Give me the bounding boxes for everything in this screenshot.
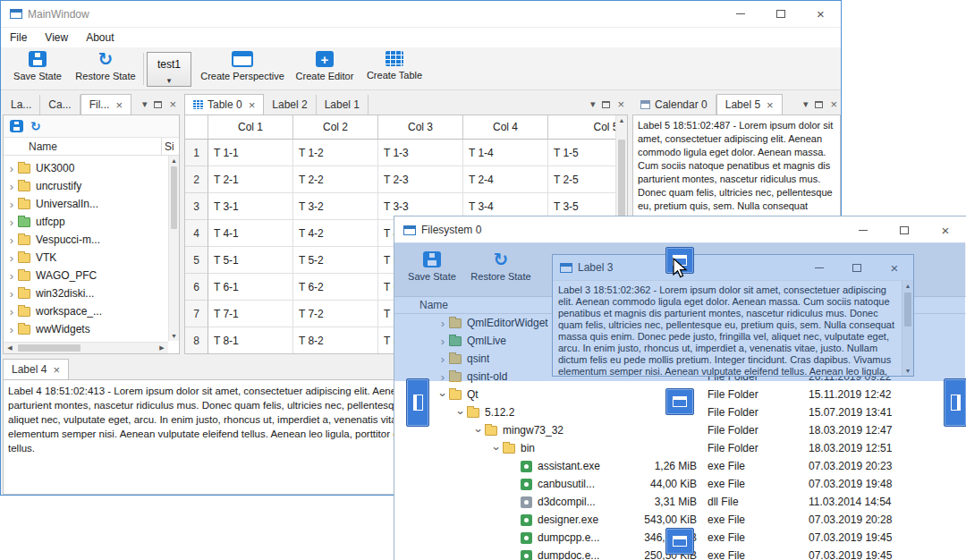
- scroll-down-icon[interactable]: ▼: [169, 333, 179, 339]
- create-perspective-button[interactable]: Create Perspective: [198, 51, 287, 81]
- column-header[interactable]: Col 1: [208, 115, 293, 140]
- table-cell[interactable]: T 7-2: [293, 301, 378, 327]
- table-cell[interactable]: T 3-2: [293, 193, 378, 220]
- folder-row[interactable]: ›UK3000: [5, 159, 166, 177]
- row-header[interactable]: 7: [185, 301, 208, 327]
- expand-icon[interactable]: ›: [5, 288, 18, 300]
- file-row[interactable]: d3dcompil...3,31 MiBdll File11.03.2014 1…: [394, 493, 966, 511]
- perspective-combo[interactable]: test1 ▾: [147, 52, 191, 87]
- save-state-button[interactable]: Save State: [8, 51, 67, 81]
- column-header[interactable]: Col 3: [378, 115, 463, 140]
- expand-icon[interactable]: ›: [5, 324, 18, 335]
- expand-icon[interactable]: ›: [5, 163, 18, 174]
- expand-icon[interactable]: ›: [491, 442, 503, 454]
- row-header[interactable]: 6: [185, 274, 208, 301]
- tab-label4[interactable]: Label 4 ×: [3, 359, 69, 379]
- table-cell[interactable]: T 1-5: [548, 140, 616, 166]
- row-header[interactable]: 2: [185, 166, 208, 193]
- table-cell[interactable]: T 1-4: [463, 140, 548, 166]
- dock-indicator-bottom[interactable]: [665, 528, 694, 555]
- tab-table0[interactable]: Table 0 ×: [184, 94, 264, 115]
- minimize-button[interactable]: [720, 1, 760, 27]
- close-dock-icon[interactable]: ×: [830, 98, 837, 110]
- folder-row[interactable]: ›UniversalIn...: [5, 195, 166, 213]
- tab-calendar[interactable]: Ca...: [40, 95, 80, 115]
- expand-icon[interactable]: ›: [5, 234, 18, 246]
- tab-label5[interactable]: Label 5 ×: [716, 94, 783, 115]
- column-header[interactable]: Col 2: [293, 115, 378, 140]
- filesystem-titlebar[interactable]: Filesystem 0 ×: [394, 216, 966, 244]
- folder-row[interactable]: ›utfcpp: [5, 213, 166, 231]
- folder-row[interactable]: ›VTK: [5, 249, 166, 267]
- main-titlebar[interactable]: MainWindow ×: [1, 1, 841, 28]
- scroll-thumb[interactable]: [171, 166, 177, 229]
- row-header[interactable]: 3: [185, 193, 208, 220]
- table-cell[interactable]: T 2-4: [463, 166, 548, 193]
- tab-filesystem[interactable]: Fil... ×: [80, 94, 131, 115]
- dock-indicator-left[interactable]: [406, 378, 429, 427]
- file-row[interactable]: canbusutil...44,00 KiBexe File07.03.2019…: [394, 475, 966, 493]
- table-cell[interactable]: T 7-1: [208, 301, 293, 327]
- close-tab-icon[interactable]: ×: [767, 99, 774, 111]
- expand-icon[interactable]: ›: [5, 270, 18, 282]
- restore-icon[interactable]: ↻: [30, 120, 41, 132]
- row-header[interactable]: 5: [185, 247, 208, 274]
- undock-icon[interactable]: [815, 101, 823, 108]
- close-dock-icon[interactable]: ×: [169, 98, 176, 110]
- tab-list-dropdown-icon[interactable]: ▾: [590, 98, 596, 110]
- table-cell[interactable]: T 8-1: [208, 327, 293, 353]
- maximize-button[interactable]: [884, 216, 925, 243]
- close-tab-icon[interactable]: ×: [249, 99, 256, 111]
- tab-label2[interactable]: Label 2: [264, 95, 316, 115]
- file-row[interactable]: ›mingw73_32File Folder18.03.2019 12:47: [394, 421, 966, 439]
- folder-row[interactable]: ›win32diski...: [5, 284, 166, 302]
- expand-icon[interactable]: ›: [437, 388, 449, 401]
- dock-indicator-center[interactable]: [665, 388, 694, 415]
- expand-icon[interactable]: ›: [473, 424, 485, 437]
- expand-icon[interactable]: ›: [5, 252, 18, 264]
- file-row[interactable]: ›binFile Folder18.03.2019 12:51: [394, 439, 966, 457]
- dock-indicator-right[interactable]: [944, 378, 966, 427]
- size-column-header[interactable]: Size: [165, 140, 174, 153]
- table-cell[interactable]: T 3-1: [208, 193, 293, 220]
- table-cell[interactable]: T 4-2: [293, 220, 378, 247]
- restore-state-button[interactable]: ↻ Restore State: [71, 51, 140, 81]
- table-cell[interactable]: T 8-2: [293, 327, 378, 353]
- expand-icon[interactable]: ›: [5, 216, 18, 228]
- table-cell[interactable]: T 5-2: [293, 247, 378, 274]
- folder-row[interactable]: ›wwWidgets: [5, 320, 166, 338]
- scroll-thumb[interactable]: [18, 344, 80, 352]
- table-cell[interactable]: T 4-1: [208, 220, 293, 247]
- folder-row[interactable]: ›workspace_...: [5, 302, 166, 320]
- expand-icon[interactable]: ›: [455, 406, 467, 419]
- table-cell[interactable]: T 1-3: [378, 140, 463, 166]
- minimize-button[interactable]: [843, 216, 884, 243]
- tab-list-dropdown-icon[interactable]: ▾: [803, 98, 809, 110]
- menu-view[interactable]: View: [36, 28, 77, 47]
- create-table-button[interactable]: Create Table: [362, 51, 427, 81]
- table-cell[interactable]: T 2-3: [378, 166, 463, 193]
- table-cell[interactable]: T 6-1: [208, 274, 293, 301]
- save-icon[interactable]: [10, 120, 23, 132]
- column-separator[interactable]: [161, 138, 162, 155]
- table-cell[interactable]: T 2-2: [293, 166, 378, 193]
- undock-icon[interactable]: [154, 101, 162, 108]
- folder-row[interactable]: ›Vespucci-m...: [5, 231, 166, 249]
- row-header[interactable]: 1: [185, 140, 208, 166]
- menu-file[interactable]: File: [1, 28, 36, 47]
- scroll-left-icon[interactable]: ◀: [4, 343, 16, 353]
- file-row[interactable]: assistant.exe1,26 MiBexe File07.03.2019 …: [394, 457, 966, 475]
- maximize-button[interactable]: [760, 1, 801, 27]
- table-cell[interactable]: T 6-2: [293, 274, 378, 301]
- close-dock-icon[interactable]: ×: [617, 98, 624, 110]
- column-header[interactable]: Col 4: [463, 115, 548, 140]
- folder-row[interactable]: ›WAGO_PFC: [5, 267, 166, 284]
- table-cell[interactable]: T 2-5: [548, 166, 616, 193]
- tab-labels[interactable]: La...: [3, 95, 40, 115]
- tab-calendar0[interactable]: Calendar 0: [632, 95, 716, 115]
- tab-list-dropdown-icon[interactable]: ▾: [142, 98, 148, 110]
- horizontal-scrollbar[interactable]: ◀ ▶: [4, 342, 168, 353]
- scroll-up-icon[interactable]: ▲: [169, 157, 179, 164]
- table-cell[interactable]: T 5-1: [208, 247, 293, 274]
- close-button[interactable]: ×: [925, 216, 966, 243]
